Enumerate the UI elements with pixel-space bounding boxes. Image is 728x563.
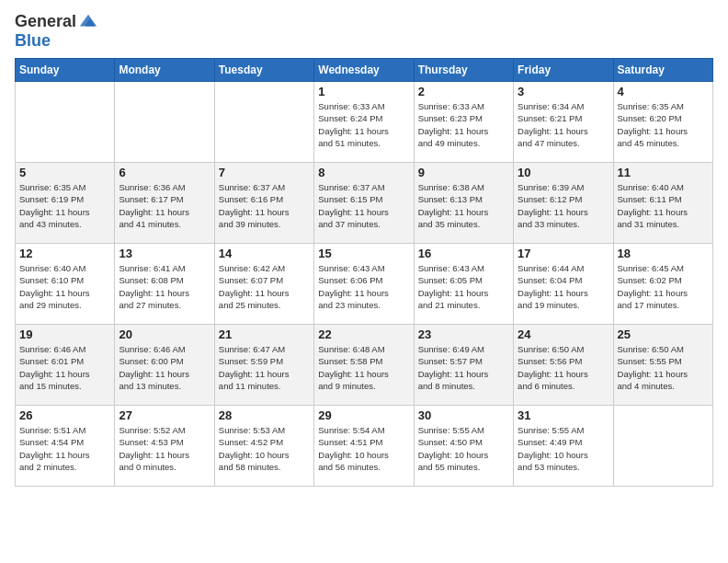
day-cell: 12Sunrise: 6:40 AM Sunset: 6:10 PM Dayli…	[16, 244, 115, 325]
day-number: 13	[119, 247, 210, 260]
day-cell: 26Sunrise: 5:51 AM Sunset: 4:54 PM Dayli…	[16, 406, 115, 487]
day-cell: 11Sunrise: 6:40 AM Sunset: 6:11 PM Dayli…	[613, 163, 712, 244]
day-number: 1	[318, 85, 409, 98]
day-cell: 13Sunrise: 6:41 AM Sunset: 6:08 PM Dayli…	[115, 244, 214, 325]
weekday-header-sunday: Sunday	[16, 59, 115, 82]
day-info: Sunrise: 6:50 AM Sunset: 5:55 PM Dayligh…	[618, 343, 709, 392]
day-number: 30	[418, 408, 509, 422]
day-info: Sunrise: 6:38 AM Sunset: 6:13 PM Dayligh…	[418, 181, 509, 230]
day-number: 4	[618, 85, 709, 98]
weekday-header-tuesday: Tuesday	[214, 59, 313, 82]
day-number: 17	[518, 247, 609, 260]
week-row-5: 26Sunrise: 5:51 AM Sunset: 4:54 PM Dayli…	[16, 406, 713, 487]
day-cell: 16Sunrise: 6:43 AM Sunset: 6:05 PM Dayli…	[414, 244, 513, 325]
day-number: 18	[618, 247, 709, 260]
day-number: 6	[119, 166, 210, 179]
day-cell: 20Sunrise: 6:46 AM Sunset: 6:00 PM Dayli…	[115, 325, 214, 406]
day-number: 19	[19, 327, 110, 341]
day-info: Sunrise: 6:45 AM Sunset: 6:02 PM Dayligh…	[618, 262, 709, 311]
day-number: 16	[418, 247, 509, 260]
day-cell	[214, 82, 313, 163]
week-row-2: 5Sunrise: 6:35 AM Sunset: 6:19 PM Daylig…	[16, 163, 713, 244]
day-cell: 23Sunrise: 6:49 AM Sunset: 5:57 PM Dayli…	[414, 325, 513, 406]
weekday-header-thursday: Thursday	[414, 59, 513, 82]
day-number: 15	[318, 247, 409, 260]
day-info: Sunrise: 6:41 AM Sunset: 6:08 PM Dayligh…	[119, 262, 210, 311]
day-info: Sunrise: 6:37 AM Sunset: 6:16 PM Dayligh…	[219, 181, 310, 230]
day-number: 22	[318, 327, 409, 341]
day-info: Sunrise: 6:36 AM Sunset: 6:17 PM Dayligh…	[119, 181, 210, 230]
week-row-3: 12Sunrise: 6:40 AM Sunset: 6:10 PM Dayli…	[16, 244, 713, 325]
day-number: 2	[418, 85, 509, 98]
calendar-page: General Blue SundayMondayTuesdayWednesda…	[0, 0, 728, 563]
day-info: Sunrise: 5:51 AM Sunset: 4:54 PM Dayligh…	[19, 424, 110, 473]
day-cell	[613, 406, 712, 487]
day-number: 11	[618, 166, 709, 179]
day-info: Sunrise: 6:44 AM Sunset: 6:04 PM Dayligh…	[518, 262, 609, 311]
day-info: Sunrise: 6:42 AM Sunset: 6:07 PM Dayligh…	[219, 262, 310, 311]
day-cell: 6Sunrise: 6:36 AM Sunset: 6:17 PM Daylig…	[115, 163, 214, 244]
day-info: Sunrise: 6:48 AM Sunset: 5:58 PM Dayligh…	[318, 343, 409, 392]
day-info: Sunrise: 6:46 AM Sunset: 6:01 PM Dayligh…	[19, 343, 110, 392]
day-number: 12	[19, 247, 110, 260]
day-number: 25	[618, 327, 709, 341]
day-info: Sunrise: 6:40 AM Sunset: 6:10 PM Dayligh…	[19, 262, 110, 311]
logo-icon	[78, 11, 98, 31]
day-info: Sunrise: 6:43 AM Sunset: 6:06 PM Dayligh…	[318, 262, 409, 311]
day-number: 23	[418, 327, 509, 341]
day-info: Sunrise: 6:46 AM Sunset: 6:00 PM Dayligh…	[119, 343, 210, 392]
day-number: 7	[219, 166, 310, 179]
day-number: 31	[518, 408, 609, 422]
day-number: 20	[119, 327, 210, 341]
week-row-1: 1Sunrise: 6:33 AM Sunset: 6:24 PM Daylig…	[16, 82, 713, 163]
day-cell: 2Sunrise: 6:33 AM Sunset: 6:23 PM Daylig…	[414, 82, 513, 163]
day-cell: 18Sunrise: 6:45 AM Sunset: 6:02 PM Dayli…	[613, 244, 712, 325]
day-cell: 5Sunrise: 6:35 AM Sunset: 6:19 PM Daylig…	[16, 163, 115, 244]
day-cell: 15Sunrise: 6:43 AM Sunset: 6:06 PM Dayli…	[314, 244, 414, 325]
day-cell: 9Sunrise: 6:38 AM Sunset: 6:13 PM Daylig…	[414, 163, 513, 244]
day-info: Sunrise: 5:54 AM Sunset: 4:51 PM Dayligh…	[318, 424, 409, 473]
day-number: 8	[318, 166, 409, 179]
day-cell: 10Sunrise: 6:39 AM Sunset: 6:12 PM Dayli…	[514, 163, 613, 244]
day-cell: 21Sunrise: 6:47 AM Sunset: 5:59 PM Dayli…	[214, 325, 313, 406]
day-cell: 8Sunrise: 6:37 AM Sunset: 6:15 PM Daylig…	[314, 163, 414, 244]
day-info: Sunrise: 6:34 AM Sunset: 6:21 PM Dayligh…	[518, 100, 609, 149]
day-cell: 3Sunrise: 6:34 AM Sunset: 6:21 PM Daylig…	[514, 82, 613, 163]
day-info: Sunrise: 6:35 AM Sunset: 6:19 PM Dayligh…	[19, 181, 110, 230]
day-cell: 14Sunrise: 6:42 AM Sunset: 6:07 PM Dayli…	[214, 244, 313, 325]
day-info: Sunrise: 5:55 AM Sunset: 4:49 PM Dayligh…	[518, 424, 609, 473]
weekday-header-monday: Monday	[115, 59, 214, 82]
day-number: 9	[418, 166, 509, 179]
day-cell: 24Sunrise: 6:50 AM Sunset: 5:56 PM Dayli…	[514, 325, 613, 406]
day-number: 5	[19, 166, 110, 179]
day-cell: 31Sunrise: 5:55 AM Sunset: 4:49 PM Dayli…	[514, 406, 613, 487]
day-info: Sunrise: 6:50 AM Sunset: 5:56 PM Dayligh…	[518, 343, 609, 392]
weekday-header-friday: Friday	[514, 59, 613, 82]
day-cell: 28Sunrise: 5:53 AM Sunset: 4:52 PM Dayli…	[214, 406, 313, 487]
day-number: 14	[219, 247, 310, 260]
day-info: Sunrise: 6:33 AM Sunset: 6:23 PM Dayligh…	[418, 100, 509, 149]
day-number: 21	[219, 327, 310, 341]
day-info: Sunrise: 5:52 AM Sunset: 4:53 PM Dayligh…	[119, 424, 210, 473]
day-cell: 30Sunrise: 5:55 AM Sunset: 4:50 PM Dayli…	[414, 406, 513, 487]
day-number: 24	[518, 327, 609, 341]
day-cell: 4Sunrise: 6:35 AM Sunset: 6:20 PM Daylig…	[613, 82, 712, 163]
day-cell: 1Sunrise: 6:33 AM Sunset: 6:24 PM Daylig…	[314, 82, 414, 163]
day-info: Sunrise: 6:35 AM Sunset: 6:20 PM Dayligh…	[618, 100, 709, 149]
day-cell: 17Sunrise: 6:44 AM Sunset: 6:04 PM Dayli…	[514, 244, 613, 325]
weekday-header-saturday: Saturday	[613, 59, 712, 82]
day-info: Sunrise: 5:53 AM Sunset: 4:52 PM Dayligh…	[219, 424, 310, 473]
day-info: Sunrise: 6:39 AM Sunset: 6:12 PM Dayligh…	[518, 181, 609, 230]
logo-general-text: General	[15, 12, 76, 31]
logo: General Blue	[15, 11, 98, 51]
day-info: Sunrise: 6:49 AM Sunset: 5:57 PM Dayligh…	[418, 343, 509, 392]
day-cell	[16, 82, 115, 163]
day-number: 29	[318, 408, 409, 422]
week-row-4: 19Sunrise: 6:46 AM Sunset: 6:01 PM Dayli…	[16, 325, 713, 406]
day-info: Sunrise: 6:40 AM Sunset: 6:11 PM Dayligh…	[618, 181, 709, 230]
calendar-table: SundayMondayTuesdayWednesdayThursdayFrid…	[15, 58, 713, 487]
day-number: 27	[119, 408, 210, 422]
logo-blue-text: Blue	[15, 31, 98, 51]
day-cell	[115, 82, 214, 163]
day-cell: 7Sunrise: 6:37 AM Sunset: 6:16 PM Daylig…	[214, 163, 313, 244]
